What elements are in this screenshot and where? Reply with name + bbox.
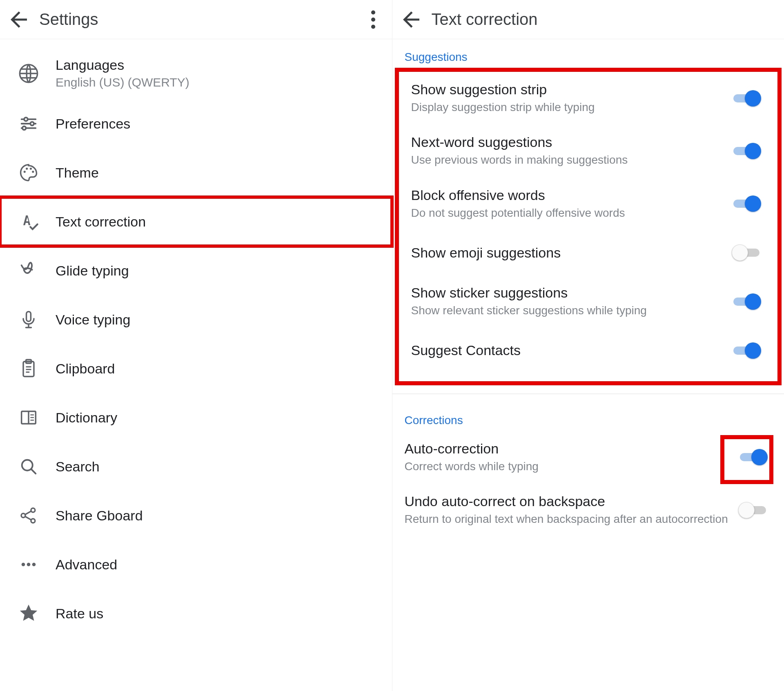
settings-item-advanced[interactable]: Advanced xyxy=(0,540,392,589)
spellcheck-icon xyxy=(18,211,39,232)
label: Glide typing xyxy=(56,263,129,279)
settings-item-glide-typing[interactable]: Glide typing xyxy=(0,246,392,295)
label: Suggest Contacts xyxy=(411,342,724,358)
sublabel: English (US) (QWERTY) xyxy=(56,76,189,89)
svg-point-19 xyxy=(27,563,31,567)
svg-point-7 xyxy=(26,168,28,170)
svg-point-20 xyxy=(32,563,36,567)
settings-item-voice-typing[interactable]: Voice typing xyxy=(0,295,392,344)
settings-item-rate-us[interactable]: Rate us xyxy=(0,589,392,638)
sublabel: Correct words while typing xyxy=(405,459,731,474)
mic-icon xyxy=(18,309,39,330)
more-horiz-icon xyxy=(18,554,39,575)
section-suggestions: Suggestions xyxy=(392,39,784,68)
label: Next-word suggestions xyxy=(411,134,724,150)
svg-point-16 xyxy=(31,508,35,512)
clipboard-icon xyxy=(18,358,39,379)
textcorr-title: Text correction xyxy=(432,10,538,29)
label: Text correction xyxy=(56,214,146,230)
label: Advanced xyxy=(56,557,117,573)
svg-rect-10 xyxy=(27,312,31,322)
toggle-undo-autocorrect[interactable] xyxy=(738,502,768,518)
sublabel: Show relevant sticker suggestions while … xyxy=(411,303,724,318)
label: Block offensive words xyxy=(411,187,724,203)
back-button[interactable] xyxy=(399,7,423,32)
svg-point-2 xyxy=(371,24,375,29)
label: Dictionary xyxy=(56,410,117,426)
search-icon xyxy=(18,456,39,477)
toggle-show-emoji-suggestions[interactable] xyxy=(732,244,761,261)
label: Preferences xyxy=(56,116,130,132)
toggle-block-offensive-words[interactable] xyxy=(732,196,761,212)
row-next-word-suggestions[interactable]: Next-word suggestions Use previous words… xyxy=(399,124,778,177)
share-icon xyxy=(18,505,39,526)
svg-point-3 xyxy=(24,118,28,121)
more-vert-icon xyxy=(361,7,385,32)
svg-point-0 xyxy=(371,10,375,14)
divider xyxy=(392,393,784,394)
label: Share Gboard xyxy=(56,508,143,524)
settings-item-clipboard[interactable]: Clipboard xyxy=(0,344,392,393)
svg-point-8 xyxy=(30,168,32,170)
toggle-show-sticker-suggestions[interactable] xyxy=(732,293,761,310)
toggle-auto-correction[interactable] xyxy=(738,449,768,465)
settings-appbar: Settings xyxy=(0,0,392,39)
sublabel: Use previous words in making suggestions xyxy=(411,153,724,167)
sublabel: Return to original text when backspacing… xyxy=(405,512,731,527)
label: Show suggestion strip xyxy=(411,82,724,98)
settings-item-theme[interactable]: Theme xyxy=(0,148,392,197)
svg-point-1 xyxy=(371,18,375,22)
row-block-offensive-words[interactable]: Block offensive words Do not suggest pot… xyxy=(399,178,778,230)
settings-panel: Settings Languages English (US) (QWERTY)… xyxy=(0,0,392,691)
textcorr-appbar: Text correction xyxy=(392,0,784,39)
toggle-next-word-suggestions[interactable] xyxy=(732,143,761,159)
arrow-back-icon xyxy=(399,7,423,32)
sliders-icon xyxy=(18,113,39,134)
row-auto-correction[interactable]: Auto-correction Correct words while typi… xyxy=(392,431,784,484)
svg-point-4 xyxy=(30,122,34,126)
label: Show sticker suggestions xyxy=(411,285,724,301)
label: Rate us xyxy=(56,606,103,622)
text-correction-panel: Text correction Suggestions Show suggest… xyxy=(392,0,784,691)
label: Languages xyxy=(56,57,189,73)
book-icon xyxy=(18,407,39,428)
row-show-suggestion-strip[interactable]: Show suggestion strip Display suggestion… xyxy=(399,72,778,124)
svg-point-15 xyxy=(21,513,25,518)
arrow-back-icon xyxy=(7,7,31,32)
settings-item-search[interactable]: Search xyxy=(0,442,392,491)
toggle-show-suggestion-strip[interactable] xyxy=(732,90,761,107)
row-show-sticker-suggestions[interactable]: Show sticker suggestions Show relevant s… xyxy=(399,275,778,328)
settings-title: Settings xyxy=(39,10,98,29)
globe-icon xyxy=(18,63,39,84)
sublabel: Do not suggest potentially offensive wor… xyxy=(411,206,724,220)
settings-item-languages[interactable]: Languages English (US) (QWERTY) xyxy=(0,47,392,99)
settings-item-share-gboard[interactable]: Share Gboard xyxy=(0,491,392,540)
svg-point-5 xyxy=(22,127,26,130)
settings-item-preferences[interactable]: Preferences xyxy=(0,99,392,148)
label: Undo auto-correct on backspace xyxy=(405,493,731,509)
star-icon xyxy=(18,603,39,624)
toggle-suggest-contacts[interactable] xyxy=(732,342,761,359)
settings-item-dictionary[interactable]: Dictionary xyxy=(0,393,392,442)
row-undo-autocorrect[interactable]: Undo auto-correct on backspace Return to… xyxy=(392,484,784,536)
palette-icon xyxy=(18,162,39,183)
svg-point-17 xyxy=(31,519,35,523)
section-corrections: Corrections xyxy=(392,402,784,431)
label: Auto-correction xyxy=(405,441,731,457)
settings-list: Languages English (US) (QWERTY) Preferen… xyxy=(0,39,392,638)
gesture-icon xyxy=(18,260,39,281)
overflow-menu-button[interactable] xyxy=(361,7,385,32)
suggestions-group: Show suggestion strip Display suggestion… xyxy=(395,68,782,385)
settings-item-text-correction[interactable]: Text correction xyxy=(0,197,392,246)
sublabel: Display suggestion strip while typing xyxy=(411,100,724,115)
row-show-emoji-suggestions[interactable]: Show emoji suggestions xyxy=(399,230,778,275)
row-suggest-contacts[interactable]: Suggest Contacts xyxy=(399,328,778,373)
label: Voice typing xyxy=(56,312,130,328)
svg-point-18 xyxy=(22,563,25,567)
label: Clipboard xyxy=(56,361,115,377)
label: Theme xyxy=(56,165,99,181)
back-button[interactable] xyxy=(7,7,31,32)
label: Show emoji suggestions xyxy=(411,245,724,261)
label: Search xyxy=(56,459,100,475)
svg-point-6 xyxy=(24,171,26,173)
